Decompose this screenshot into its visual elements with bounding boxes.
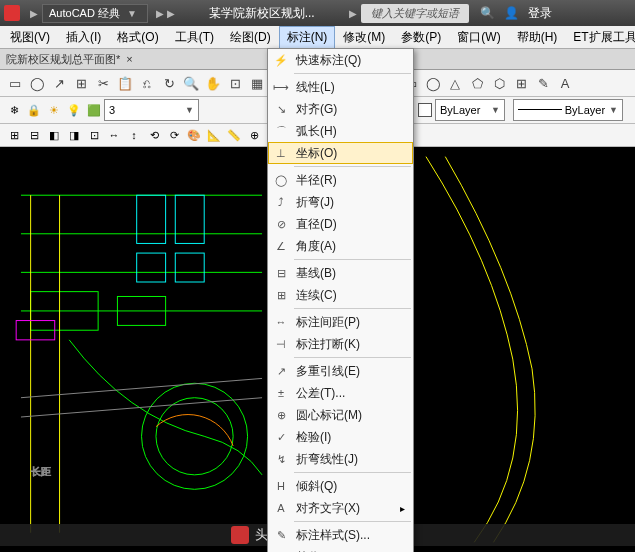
close-tab-icon[interactable]: × [126,53,132,65]
tool-icon-25[interactable]: A [555,73,575,93]
tool-icon-1[interactable]: ◯ [27,73,47,93]
tool-icon-9[interactable]: ✋ [203,73,223,93]
menu-item-线性l[interactable]: ⟼线性(L) [268,76,413,98]
document-tab[interactable]: 院新校区规划总平面图* [6,52,120,67]
extra-icon-7[interactable]: ⟲ [146,127,162,143]
tool-icon-22[interactable]: ⬡ [489,73,509,93]
extra-icon-0[interactable]: ⊞ [6,127,22,143]
menu-视图[interactable]: 视图(V) [2,26,58,49]
color-swatch-icon[interactable] [418,103,432,117]
tool-icon-24[interactable]: ✎ [533,73,553,93]
menu-item-label: 公差(T)... [296,385,345,402]
menu-item-label: 半径(R) [296,172,337,189]
menu-item-基线b[interactable]: ⊟基线(B) [268,262,413,284]
menu-窗口[interactable]: 窗口(W) [449,26,508,49]
extra-icon-3[interactable]: ◨ [66,127,82,143]
menu-item-label: 倾斜(Q) [296,478,337,495]
tool-icon-8[interactable]: 🔍 [181,73,201,93]
tool-icon-3[interactable]: ⊞ [71,73,91,93]
menu-标注[interactable]: 标注(N) [279,26,336,49]
tool-icon-6[interactable]: ⎌ [137,73,157,93]
menu-item-icon: ± [272,385,290,401]
tool-icon-10[interactable]: ⊡ [225,73,245,93]
layer-lock-icon[interactable]: 🔒 [26,102,42,118]
extra-icon-5[interactable]: ↔ [106,127,122,143]
tool-icon-4[interactable]: ✂ [93,73,113,93]
submenu-arrow-icon: ▸ [400,503,405,514]
layer-color-icon[interactable]: 🟩 [86,102,102,118]
menu-item-icon: ✎ [272,527,290,543]
menu-格式[interactable]: 格式(O) [109,26,166,49]
user-icon[interactable]: 👤 [504,6,519,20]
layer-sun-icon[interactable]: ☀ [46,102,62,118]
menu-item-标注间距p[interactable]: ↔标注间距(P) [268,311,413,333]
menu-工具[interactable]: 工具(T) [167,26,222,49]
menu-separator [294,73,411,74]
menu-参数[interactable]: 参数(P) [393,26,449,49]
layer-combo[interactable]: 3▼ [104,99,199,121]
menu-et扩展工具[interactable]: ET扩展工具(X) [565,26,635,49]
extra-icon-6[interactable]: ↕ [126,127,142,143]
menu-item-标注打断k[interactable]: ⊣标注打断(K) [268,333,413,355]
tool-icon-11[interactable]: ▦ [247,73,267,93]
menu-帮助[interactable]: 帮助(H) [509,26,566,49]
tool-icon-19[interactable]: ◯ [423,73,443,93]
menu-item-替代v[interactable]: ⟲替代(V) [268,546,413,552]
menu-item-icon: ✓ [272,429,290,445]
menu-item-角度a[interactable]: ∠角度(A) [268,235,413,257]
menu-item-多重引线e[interactable]: ↗多重引线(E) [268,360,413,382]
menu-item-弧长h[interactable]: ⌒弧长(H) [268,120,413,142]
extra-icon-8[interactable]: ⟳ [166,127,182,143]
menu-绘图[interactable]: 绘图(D) [222,26,279,49]
workspace-selector[interactable]: AutoCAD 经典 ▼ [42,4,148,23]
tool-icon-20[interactable]: △ [445,73,465,93]
extra-icon-10[interactable]: 📐 [206,127,222,143]
menu-item-折弯j[interactable]: ⤴折弯(J) [268,191,413,213]
extra-icon-11[interactable]: 📏 [226,127,242,143]
menu-item-折弯线性j[interactable]: ↯折弯线性(J) [268,448,413,470]
menu-item-label: 替代(V) [296,549,336,553]
menu-item-坐标o[interactable]: ⊥坐标(O) [268,142,413,164]
extra-icon-2[interactable]: ◧ [46,127,62,143]
menu-item-对齐g[interactable]: ↘对齐(G) [268,98,413,120]
search-icon[interactable]: 🔍 [480,6,495,20]
search-input[interactable]: 键入关键字或短语 [361,4,469,23]
menu-item-icon: H [272,478,290,494]
menu-item-label: 基线(B) [296,265,336,282]
tool-icon-2[interactable]: ↗ [49,73,69,93]
menu-item-标注样式s[interactable]: ✎标注样式(S)... [268,524,413,546]
color-combo[interactable]: ByLayer▼ [435,99,505,121]
extra-icon-4[interactable]: ⊡ [86,127,102,143]
footer-logo-icon [231,526,249,544]
menu-item-label: 折弯(J) [296,194,334,211]
layer-bulb-icon[interactable]: 💡 [66,102,82,118]
menu-修改[interactable]: 修改(M) [335,26,393,49]
svg-text:长距: 长距 [31,466,51,477]
menu-item-对齐文字x[interactable]: A对齐文字(X)▸ [268,497,413,519]
menu-item-公差t[interactable]: ±公差(T)... [268,382,413,404]
menu-item-倾斜q[interactable]: H倾斜(Q) [268,475,413,497]
login-link[interactable]: 登录 [528,6,552,20]
tool-icon-23[interactable]: ⊞ [511,73,531,93]
menu-item-label: 多重引线(E) [296,363,360,380]
menu-separator [294,521,411,522]
menu-separator [294,357,411,358]
menu-插入[interactable]: 插入(I) [58,26,109,49]
tool-icon-7[interactable]: ↻ [159,73,179,93]
menu-item-检验i[interactable]: ✓检验(I) [268,426,413,448]
extra-icon-9[interactable]: 🎨 [186,127,202,143]
tool-icon-5[interactable]: 📋 [115,73,135,93]
menu-item-圆心标记m[interactable]: ⊕圆心标记(M) [268,404,413,426]
layer-freeze-icon[interactable]: ❄ [6,102,22,118]
menu-item-icon: ↯ [272,451,290,467]
menu-item-icon: ⊞ [272,287,290,303]
menu-item-直径d[interactable]: ⊘直径(D) [268,213,413,235]
menu-item-连续c[interactable]: ⊞连续(C) [268,284,413,306]
extra-icon-1[interactable]: ⊟ [26,127,42,143]
tool-icon-0[interactable]: ▭ [5,73,25,93]
menu-item-快速标注q[interactable]: ⚡快速标注(Q) [268,49,413,71]
extra-icon-12[interactable]: ⊕ [246,127,262,143]
tool-icon-21[interactable]: ⬠ [467,73,487,93]
menu-item-半径r[interactable]: ◯半径(R) [268,169,413,191]
linetype-combo[interactable]: ByLayer▼ [513,99,623,121]
